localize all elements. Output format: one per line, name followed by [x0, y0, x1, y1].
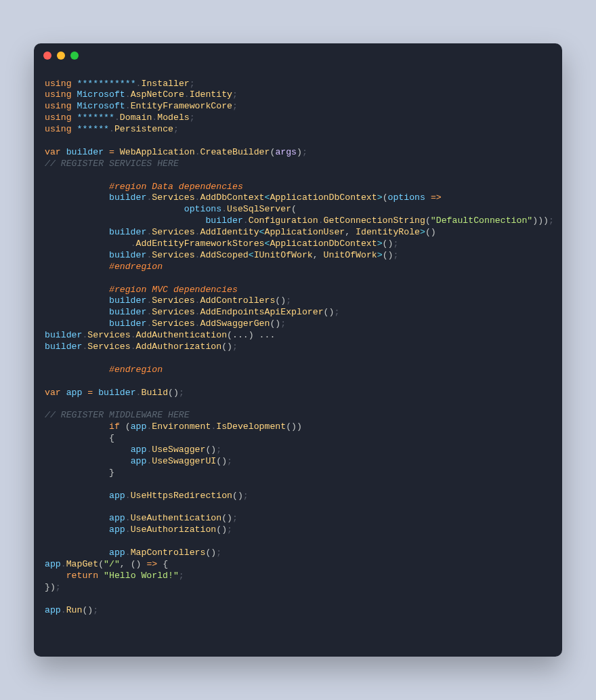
keyword-var: var	[45, 147, 61, 157]
namespace: Microsoft	[77, 89, 125, 100]
namespace: ***********	[77, 79, 136, 89]
identifier: builder	[66, 147, 104, 157]
type: WebApplication	[120, 147, 195, 157]
namespace: Persistence	[114, 124, 173, 134]
code-block: using ***********.Installer; using Micro…	[34, 68, 562, 657]
identifier: args	[275, 147, 297, 157]
namespace: ******	[77, 124, 109, 134]
namespace: AspNetCore	[131, 89, 184, 100]
endregion: #endregion	[109, 262, 163, 272]
close-icon[interactable]	[43, 52, 51, 60]
comment: // REGISTER MIDDLEWARE HERE	[45, 410, 190, 420]
namespace: EntityFrameworkCore	[131, 101, 232, 111]
keyword-using: using	[45, 124, 72, 134]
zoom-icon[interactable]	[70, 52, 79, 60]
namespace: Installer	[141, 79, 189, 89]
comment: // REGISTER SERVICES HERE	[45, 159, 179, 169]
minimize-icon[interactable]	[57, 52, 65, 60]
window-titlebar	[34, 43, 562, 68]
namespace: Microsoft	[77, 101, 125, 111]
namespace: Identity	[190, 89, 232, 100]
namespace: *******	[77, 112, 114, 123]
region: #region Data dependencies	[109, 182, 243, 192]
keyword-using: using	[45, 112, 72, 123]
namespace: Domain	[120, 112, 152, 123]
keyword-using: using	[45, 89, 72, 100]
keyword-using: using	[45, 79, 72, 89]
region: #region MVC dependencies	[109, 285, 238, 295]
endregion: #endregion	[109, 365, 163, 375]
namespace: Models	[157, 112, 189, 123]
method: CreateBuilder	[200, 147, 270, 157]
code-window: using ***********.Installer; using Micro…	[34, 43, 562, 657]
keyword-using: using	[45, 101, 72, 111]
